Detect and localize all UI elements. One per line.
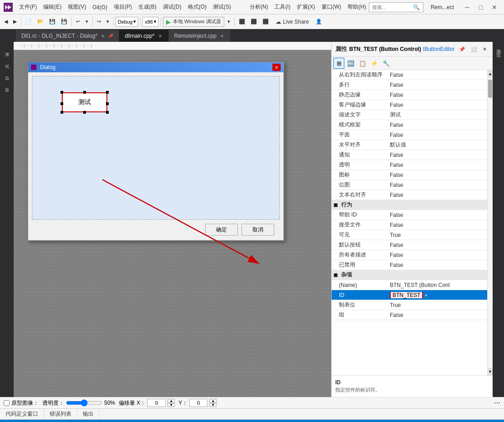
menu-help[interactable]: 帮助(H) — [345, 2, 369, 12]
handle-bl[interactable] — [60, 111, 63, 114]
save-button[interactable]: 💾 — [47, 16, 58, 27]
minimize-button[interactable]: ─ — [461, 2, 473, 12]
menu-test[interactable]: 测试(S) — [210, 2, 234, 12]
sidebar-icon-3[interactable]: 边 — [1, 67, 12, 78]
props-scrollbar[interactable]: ▲ ▼ — [487, 70, 493, 375]
menu-project[interactable]: 项目(P) — [111, 2, 135, 12]
search-box[interactable]: 🔍 — [369, 2, 423, 12]
menu-window[interactable]: 窗口(W) — [319, 2, 344, 12]
btn-test[interactable]: 测试 — [62, 92, 107, 112]
step-in-button[interactable]: ⬛ — [260, 16, 271, 27]
props-row-tabstop[interactable]: 制表位 True — [332, 300, 487, 310]
props-properties-button[interactable]: 📋 — [357, 58, 368, 69]
menu-debug[interactable]: 调试(D) — [160, 2, 184, 12]
tab-dll1rc[interactable]: Dll1.rc - DLG_INJECT - Dialog* ✕ 📌 — [16, 30, 119, 42]
props-row-acceptfiles[interactable]: 接受文件 False — [332, 220, 487, 230]
offset-x-input[interactable] — [147, 399, 166, 407]
dialog-ok-button[interactable]: 确定 — [205, 224, 238, 236]
dialog-cancel-button[interactable]: 取消 — [242, 224, 274, 236]
props-row-disabled[interactable]: 已禁用 False — [332, 260, 487, 270]
handle-tc[interactable] — [83, 91, 86, 94]
menu-git[interactable]: Git(G) — [90, 3, 110, 11]
breakpoint-button[interactable]: ⬛ — [237, 16, 247, 27]
props-row-bitmap[interactable]: 位图 False — [332, 180, 487, 190]
menu-extensions[interactable]: 扩展(X) — [294, 2, 318, 12]
menu-build[interactable]: 生成(B) — [136, 2, 159, 12]
props-row-flat[interactable]: 平面 False — [332, 130, 487, 140]
props-scroll-track[interactable] — [488, 77, 493, 368]
props-row-group[interactable]: 组 False — [332, 310, 487, 320]
new-project-button[interactable]: 📄 — [23, 16, 34, 27]
props-editor-link[interactable]: IButtonEditor — [423, 46, 454, 52]
run-dropdown[interactable]: ▾ — [225, 16, 232, 27]
user-account-button[interactable]: 👤 — [313, 16, 324, 27]
offset-y-input[interactable] — [189, 399, 207, 407]
props-row-id[interactable]: ID BTN_TEST ▾ — [332, 290, 487, 300]
right-sidebar-label-2[interactable]: 试 — [495, 47, 502, 51]
offset-y-stepper[interactable]: ▲ ▼ — [209, 399, 217, 407]
offset-y-up[interactable]: ▲ — [209, 399, 217, 403]
search-input[interactable] — [372, 5, 413, 10]
debug-config-dropdown[interactable]: Debug ▾ — [116, 17, 138, 27]
dialog-window[interactable]: Dialog ✕ — [27, 61, 284, 241]
bottom-tab-error-list[interactable]: 错误列表 — [44, 408, 77, 420]
props-row-clientedge[interactable]: 客户端边缘 False — [332, 100, 487, 110]
props-id-dropdown[interactable]: ▾ — [425, 293, 427, 298]
offset-x-down[interactable]: ▼ — [167, 403, 175, 407]
save-all-button[interactable]: 💾 — [59, 16, 70, 27]
props-row-halign[interactable]: 水平对齐 默认值 — [332, 140, 487, 150]
handle-tr[interactable] — [106, 91, 109, 94]
props-row-icon[interactable]: 图标 False — [332, 170, 487, 180]
props-scroll-up[interactable]: ▲ — [488, 70, 493, 77]
props-row-name[interactable]: (Name) BTN_TEST (Button Cont — [332, 280, 487, 290]
tab-dllmain[interactable]: dllmain.cpp* ✕ — [119, 30, 168, 42]
props-row-defaultbtn[interactable]: 默认按钮 False — [332, 240, 487, 250]
props-settings-button[interactable]: 🔧 — [381, 58, 392, 69]
props-id-input[interactable]: BTN_TEST — [390, 292, 423, 298]
menu-format[interactable]: 格式(O) — [185, 2, 209, 12]
tab-remoteinject[interactable]: RemoteInject.cpp ✕ — [169, 30, 231, 42]
props-categorized-button[interactable]: ⊞ — [333, 58, 344, 69]
handle-br[interactable] — [106, 111, 109, 114]
props-row-staticedge[interactable]: 静态边缘 False — [332, 90, 487, 100]
handle-mr[interactable] — [106, 102, 109, 105]
tab-dll1rc-pin[interactable]: 📌 — [108, 34, 113, 38]
props-value-id[interactable]: BTN_TEST ▾ — [386, 292, 487, 298]
redo-dropdown[interactable]: ▾ — [104, 16, 111, 27]
platform-dropdown[interactable]: x86 ▾ — [142, 17, 159, 27]
menu-edit[interactable]: 编辑(E) — [40, 2, 64, 12]
run-button[interactable]: ▶ 本地 Windows 调试器 — [163, 17, 224, 27]
props-float-button[interactable]: ⬜ — [469, 44, 479, 55]
menu-view[interactable]: 视图(V) — [65, 2, 89, 12]
props-row-ownerdraw[interactable]: 所有者描述 False — [332, 250, 487, 260]
sidebar-icon-2[interactable]: 试 — [1, 55, 12, 66]
dialog-inner-area[interactable]: 测试 — [32, 76, 280, 220]
props-row-visible[interactable]: 可见 True — [332, 230, 487, 240]
props-pin-button[interactable]: 📌 — [457, 44, 468, 55]
menu-file[interactable]: 文件(F) — [16, 2, 40, 12]
offset-x-stepper[interactable]: ▲ ▼ — [167, 399, 175, 407]
props-row-transparent[interactable]: 透明 False — [332, 160, 487, 170]
props-row-notify[interactable]: 通知 False — [332, 150, 487, 160]
offset-x-up[interactable]: ▲ — [167, 399, 175, 403]
sidebar-icon-4[interactable]: 器 — [1, 79, 12, 90]
liveshare-button[interactable]: ☁ Live Share — [272, 18, 312, 26]
bottom-tab-code-definition[interactable]: 代码定义窗口 — [0, 408, 44, 420]
undo-dropdown[interactable]: ▾ — [83, 16, 91, 27]
offset-y-down[interactable]: ▼ — [209, 403, 217, 407]
handle-tl[interactable] — [60, 91, 63, 94]
tab-remoteinject-close[interactable]: ✕ — [219, 34, 225, 39]
props-scroll-thumb[interactable] — [488, 80, 492, 98]
open-button[interactable]: 📂 — [35, 16, 46, 27]
more-options-button[interactable]: ⋯ — [494, 399, 500, 407]
step-over-button[interactable]: ⬛ — [248, 16, 259, 27]
props-row-caption[interactable]: 描述文字 测试 — [332, 110, 487, 120]
back-button[interactable]: ◀ — [2, 16, 10, 27]
menu-tools[interactable]: 工具(I) — [272, 2, 293, 12]
close-button[interactable]: ✕ — [489, 2, 500, 12]
handle-ml[interactable] — [60, 102, 63, 105]
props-alphabetical-button[interactable]: 🔤 — [345, 58, 356, 69]
tab-dllmain-close[interactable]: ✕ — [157, 34, 163, 39]
dialog-close-button[interactable]: ✕ — [272, 64, 281, 71]
transparency-slider[interactable] — [66, 399, 102, 407]
